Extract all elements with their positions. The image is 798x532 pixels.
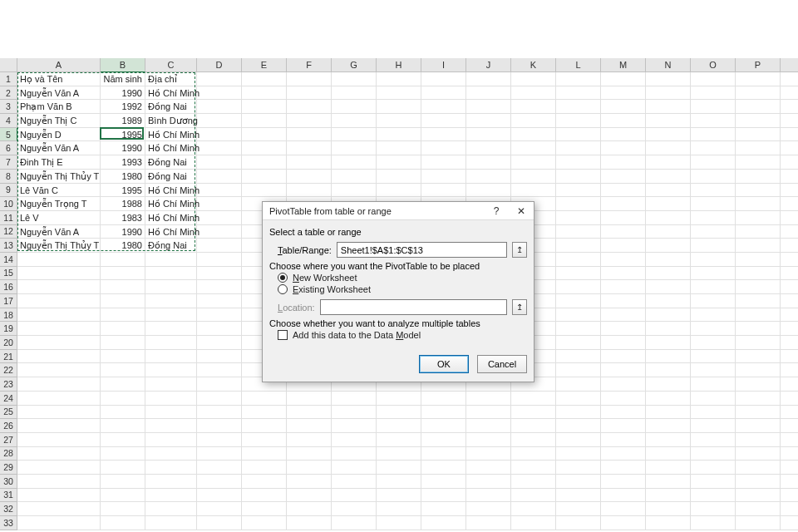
cell[interactable] (197, 489, 242, 503)
cell[interactable] (197, 225, 242, 239)
cell[interactable] (421, 141, 466, 155)
cell[interactable] (556, 114, 601, 128)
cell[interactable] (332, 72, 377, 86)
cell[interactable]: Nguyễn Văn A (17, 141, 101, 155)
cell[interactable] (287, 170, 332, 184)
cell[interactable] (601, 170, 646, 184)
row-header[interactable]: 33 (0, 516, 17, 530)
cell[interactable] (242, 489, 287, 503)
cell[interactable] (466, 461, 511, 475)
row-header[interactable]: 3 (0, 100, 17, 114)
cell[interactable] (287, 72, 332, 86)
cell[interactable] (556, 502, 601, 516)
cell[interactable] (197, 128, 242, 142)
column-header[interactable]: N (646, 58, 691, 72)
cell[interactable] (101, 322, 145, 336)
cell[interactable]: 1990 (101, 225, 145, 239)
cell[interactable] (781, 392, 798, 406)
cell[interactable] (736, 197, 781, 211)
cell[interactable] (646, 253, 691, 267)
cell[interactable] (145, 516, 197, 530)
cell[interactable] (736, 475, 781, 489)
cell[interactable] (691, 170, 736, 184)
cell[interactable] (601, 100, 646, 114)
cell[interactable] (332, 392, 377, 406)
cell[interactable] (691, 377, 736, 392)
cell[interactable] (197, 211, 242, 225)
cell[interactable] (781, 141, 798, 155)
cell[interactable] (781, 86, 798, 101)
cell[interactable] (377, 72, 421, 86)
cell[interactable] (736, 419, 781, 433)
cell[interactable]: Đồng Nai (145, 155, 197, 170)
cell[interactable] (101, 267, 145, 281)
cell[interactable]: 1995 (101, 128, 145, 142)
cell[interactable] (17, 322, 101, 336)
cell[interactable] (197, 86, 242, 101)
row-header[interactable]: 5 (0, 128, 17, 142)
cell[interactable] (781, 100, 798, 114)
cell[interactable] (466, 114, 511, 128)
column-header[interactable]: J (466, 58, 511, 72)
cell[interactable] (421, 184, 466, 198)
column-header[interactable]: F (287, 58, 332, 72)
cell[interactable] (17, 447, 101, 461)
row-header[interactable]: 10 (0, 197, 17, 211)
cell[interactable] (287, 184, 332, 198)
cell[interactable] (17, 377, 101, 392)
cell[interactable] (242, 86, 287, 101)
cell[interactable] (242, 392, 287, 406)
cell[interactable] (646, 197, 691, 211)
cell[interactable]: Đinh Thị E (17, 155, 101, 170)
cell[interactable] (17, 419, 101, 433)
cell[interactable] (421, 516, 466, 530)
row-header[interactable]: 32 (0, 502, 17, 516)
cell[interactable] (332, 406, 377, 420)
cell[interactable] (646, 114, 691, 128)
row-header[interactable]: 7 (0, 155, 17, 170)
cell[interactable] (242, 72, 287, 86)
cell[interactable] (145, 336, 197, 350)
row-header[interactable]: 22 (0, 363, 17, 377)
cell[interactable] (646, 350, 691, 364)
cell[interactable] (601, 433, 646, 447)
row-header[interactable]: 9 (0, 184, 17, 198)
cell[interactable] (556, 155, 601, 170)
cell[interactable] (511, 433, 556, 447)
cell[interactable] (17, 267, 101, 281)
cell[interactable] (197, 475, 242, 489)
cell[interactable] (601, 184, 646, 198)
cell[interactable] (242, 155, 287, 170)
cell[interactable] (781, 475, 798, 489)
cell[interactable] (556, 336, 601, 350)
cell[interactable] (421, 72, 466, 86)
column-header[interactable]: B (101, 58, 145, 72)
cell[interactable] (17, 433, 101, 447)
cell[interactable] (511, 100, 556, 114)
column-header[interactable]: P (736, 58, 781, 72)
cell[interactable]: Năm sinh (101, 72, 145, 86)
cell[interactable] (601, 155, 646, 170)
cell[interactable] (421, 447, 466, 461)
cell[interactable] (101, 516, 145, 530)
cell[interactable] (17, 406, 101, 420)
cell[interactable]: Hồ Chí Minh (145, 86, 197, 101)
cell[interactable] (101, 419, 145, 433)
cell[interactable] (556, 377, 601, 392)
cell[interactable] (736, 128, 781, 142)
cell[interactable] (197, 100, 242, 114)
cell[interactable]: 1990 (101, 141, 145, 155)
ok-button[interactable]: OK (419, 355, 469, 373)
row-header[interactable]: 2 (0, 86, 17, 101)
cell[interactable] (145, 502, 197, 516)
cell[interactable] (736, 516, 781, 530)
cell[interactable] (466, 447, 511, 461)
cell[interactable] (332, 475, 377, 489)
cell[interactable]: Hồ Chí Minh (145, 211, 197, 225)
cell[interactable] (511, 392, 556, 406)
cell[interactable] (736, 239, 781, 253)
cell[interactable] (466, 86, 511, 101)
cell[interactable] (691, 225, 736, 239)
cell[interactable] (601, 377, 646, 392)
cell[interactable] (556, 239, 601, 253)
